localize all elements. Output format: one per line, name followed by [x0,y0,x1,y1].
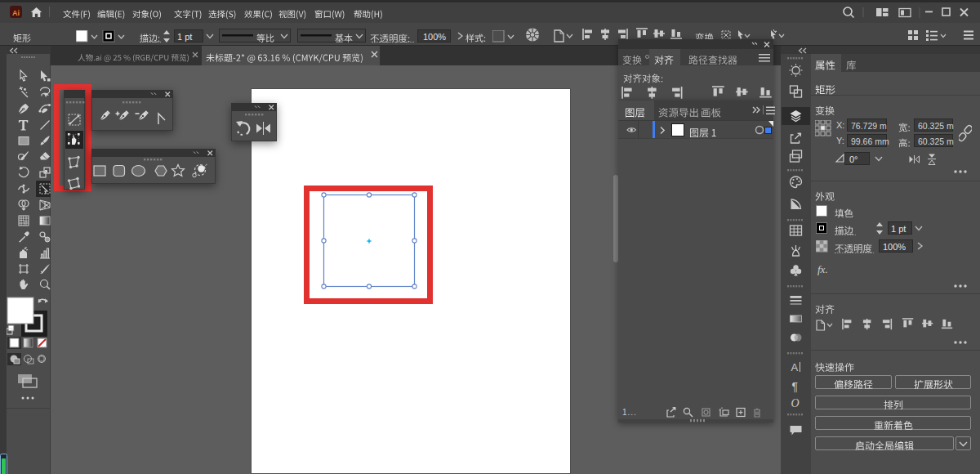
svg-text:¶: ¶ [792,380,799,393]
svg-text:O: O [791,397,800,409]
svg-text:A: A [791,361,799,373]
svg-text:Ai: Ai [12,9,20,17]
